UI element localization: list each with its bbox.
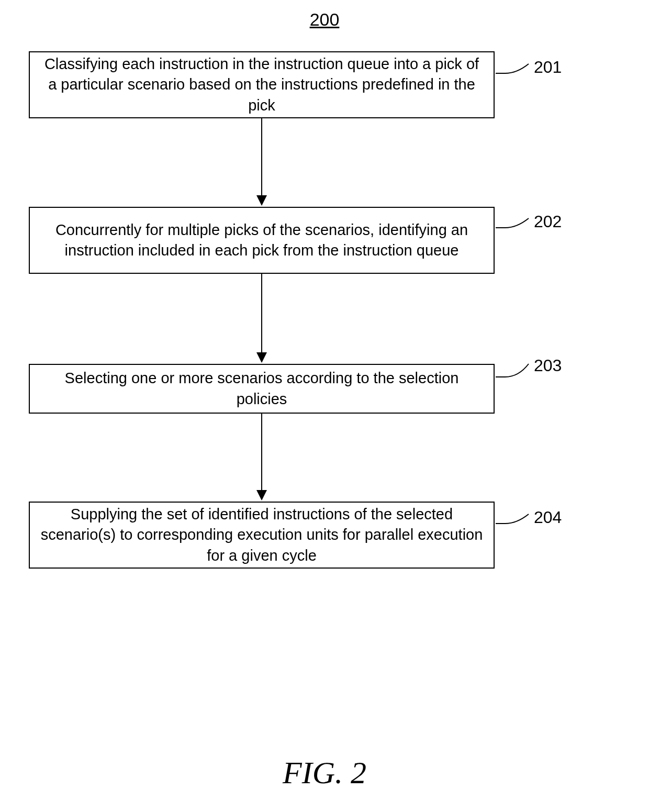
callout-label-204: 204 (534, 508, 562, 527)
flow-box-203-text: Selecting one or more scenarios accordin… (40, 368, 483, 409)
flow-box-203: Selecting one or more scenarios accordin… (29, 364, 495, 414)
diagram-number: 200 (0, 9, 649, 30)
flow-box-202-text: Concurrently for multiple picks of the s… (40, 220, 483, 261)
callout-label-202: 202 (534, 212, 562, 231)
flow-box-204: Supplying the set of identified instruct… (29, 502, 495, 569)
flow-box-204-text: Supplying the set of identified instruct… (40, 504, 483, 565)
flow-box-201-text: Classifying each instruction in the inst… (40, 54, 483, 115)
page: 200 Classifying each instruction in the … (0, 0, 649, 812)
callout-label-203: 203 (534, 356, 562, 375)
figure-caption: FIG. 2 (0, 755, 649, 791)
flow-box-201: Classifying each instruction in the inst… (29, 51, 495, 118)
callout-label-201: 201 (534, 58, 562, 77)
flow-box-202: Concurrently for multiple picks of the s… (29, 207, 495, 274)
